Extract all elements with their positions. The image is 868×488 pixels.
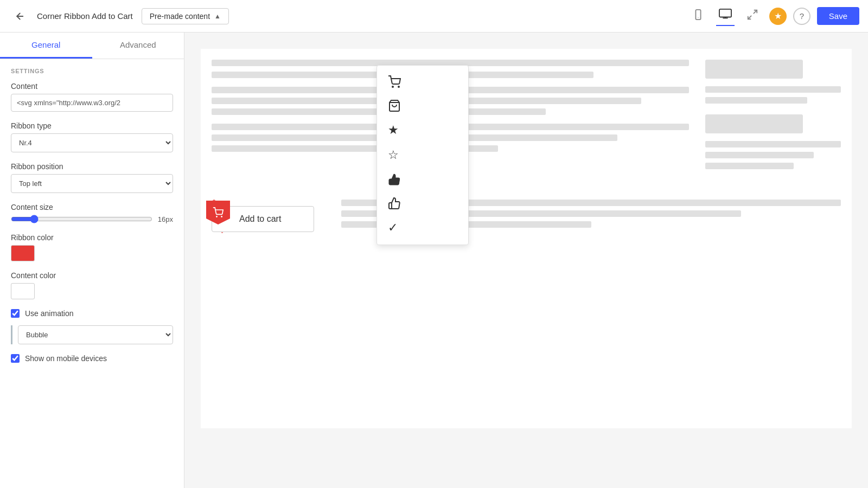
device-switcher [690, 6, 761, 26]
dropdown-item-thumbs-up-outline[interactable] [377, 191, 468, 215]
svg-rect-1 [695, 10, 700, 20]
dropdown-item-thumbs-up-filled[interactable] [377, 168, 468, 191]
premade-label: Pre-made content [150, 12, 210, 21]
show-mobile-checkbox[interactable] [11, 354, 20, 363]
mobile-icon[interactable] [690, 7, 706, 25]
skeleton-row [705, 163, 794, 169]
product-left: Add to cart [212, 195, 314, 232]
svg-point-11 [216, 216, 218, 217]
help-icon[interactable]: ? [793, 8, 810, 25]
content-size-slider[interactable] [11, 215, 152, 223]
skeleton-row [705, 97, 807, 104]
left-panel: General Advanced SETTINGS Content Ribbon… [0, 33, 184, 488]
svg-line-7 [748, 16, 751, 19]
ribbon-color-swatch[interactable] [11, 245, 35, 261]
dropdown-item-star-outline[interactable]: ☆ [377, 143, 468, 168]
tab-general[interactable]: General [0, 33, 92, 59]
dropdown-item-basket[interactable] [377, 94, 468, 118]
dropdown-item-check[interactable]: ✓ [377, 215, 468, 240]
svg-line-6 [754, 10, 757, 14]
svg-point-9 [398, 86, 399, 87]
topbar: Corner Ribbon Add to Cart Pre-made conte… [0, 0, 868, 33]
skeleton-row [705, 141, 841, 147]
section-label: SETTINGS [11, 68, 173, 74]
content-size-value: 16px [158, 215, 173, 223]
skeleton-row [705, 86, 841, 93]
content-size-label: Content size [11, 203, 173, 211]
ribbon-position-select[interactable]: Top left [11, 174, 173, 193]
premade-dropdown: ★ ☆ ✓ [376, 65, 469, 245]
skeleton-block [705, 114, 803, 133]
desktop-icon[interactable] [716, 6, 735, 26]
svg-rect-3 [719, 9, 731, 17]
star-icon[interactable]: ★ [769, 8, 787, 25]
content-input[interactable] [11, 94, 173, 112]
tab-advanced[interactable]: Advanced [92, 33, 184, 59]
skeleton-row [705, 152, 814, 158]
main-content: General Advanced SETTINGS Content Ribbon… [0, 33, 868, 488]
dropdown-item-star-filled[interactable]: ★ [377, 118, 468, 143]
canvas-area: ★ ☆ ✓ [184, 33, 868, 488]
ribbon-position-label: Ribbon position [11, 162, 173, 171]
product-area: Add to cart [212, 195, 841, 232]
top-skeleton-area [212, 60, 841, 174]
premade-content-button[interactable]: Pre-made content ▲ [142, 8, 229, 24]
ribbon-type-label: Ribbon type [11, 121, 173, 130]
side-skeleton-col [705, 60, 841, 174]
content-size-slider-row: 16px [11, 215, 173, 223]
show-mobile-row: Show on mobile devices [11, 354, 173, 363]
ribbon-color-field-group: Ribbon color [11, 233, 173, 261]
content-color-swatch[interactable] [11, 283, 35, 299]
content-field-group: Content [11, 82, 173, 112]
content-size-field-group: Content size 16px [11, 203, 173, 223]
use-animation-label: Use animation [25, 309, 74, 318]
settings-section: SETTINGS Content Ribbon type Nr.4 Ribbon… [0, 59, 184, 379]
tabs: General Advanced [0, 33, 184, 59]
add-to-cart-wrapper: Add to cart [212, 206, 314, 232]
content-color-field-group: Content color [11, 271, 173, 299]
content-label: Content [11, 82, 173, 91]
ribbon-color-label: Ribbon color [11, 233, 173, 242]
fullscreen-icon[interactable] [744, 7, 761, 25]
ribbon-type-field-group: Ribbon type Nr.4 [11, 121, 173, 152]
animation-type-field-group: Bubble [11, 325, 173, 344]
ribbon-type-select[interactable]: Nr.4 [11, 133, 173, 152]
ribbon-position-field-group: Ribbon position Top left [11, 162, 173, 193]
use-animation-checkbox[interactable] [11, 309, 20, 318]
animation-type-select[interactable]: Bubble [18, 325, 173, 344]
use-animation-row: Use animation [11, 309, 173, 318]
content-color-label: Content color [11, 271, 173, 280]
dropdown-item-cart[interactable] [377, 70, 468, 94]
svg-point-8 [392, 86, 393, 87]
right-icons: ★ ? Save [769, 7, 859, 25]
show-mobile-label: Show on mobile devices [25, 354, 107, 363]
preview-wrapper: Add to cart [201, 49, 852, 428]
back-button[interactable] [9, 7, 28, 26]
chevron-down-icon: ▲ [214, 12, 221, 20]
svg-point-12 [221, 216, 222, 217]
skeleton-block [705, 60, 803, 79]
page-title: Corner Ribbon Add to Cart [37, 11, 133, 21]
save-button[interactable]: Save [817, 7, 859, 25]
